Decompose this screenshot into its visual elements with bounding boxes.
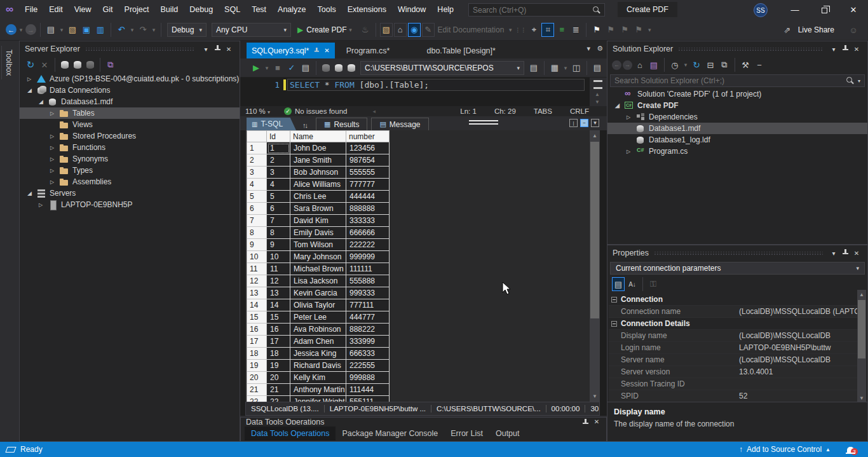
parse-query-button[interactable]: ✓ — [285, 61, 298, 75]
tree-item[interactable]: Database1.mdf — [20, 96, 240, 107]
tree-expander-icon[interactable] — [39, 202, 48, 208]
cell-name[interactable]: Kelly Kim — [290, 372, 346, 384]
menu-item[interactable]: Git — [97, 0, 119, 19]
table-row[interactable]: 4 4 Alice Williams 777777 — [247, 179, 390, 191]
redo-button[interactable]: ↷ — [137, 23, 149, 37]
solution-search-input[interactable] — [611, 76, 845, 85]
menu-item[interactable]: Build — [154, 0, 184, 19]
close-panel-button[interactable]: ✕ — [851, 46, 862, 53]
property-value[interactable]: 52 — [739, 392, 747, 400]
cell-name[interactable]: Jennifer Wright — [290, 396, 346, 402]
tree-expander-icon[interactable] — [627, 149, 635, 154]
cell-number[interactable]: 444777 — [346, 311, 390, 324]
property-row[interactable]: Connection — [609, 294, 858, 306]
cell-name[interactable]: Richard Davis — [290, 360, 346, 372]
panel-menu-chevron[interactable]: ▾ — [828, 250, 839, 257]
tree-item[interactable]: Data Connections — [20, 85, 240, 96]
cell-name[interactable]: Alice Williams — [290, 179, 346, 191]
pin-tab-icon[interactable] — [313, 46, 320, 55]
debug-configuration-dropdown[interactable]: Debug▾ — [167, 23, 207, 37]
close-panel-button[interactable]: ✕ — [223, 46, 234, 53]
menu-item[interactable]: Extensions — [342, 0, 392, 19]
tree-expander-icon[interactable] — [50, 168, 59, 174]
scroll-up-icon[interactable]: ▲ — [595, 92, 600, 97]
back-button[interactable]: ← — [612, 60, 621, 70]
home-button[interactable]: ⌂ — [634, 58, 646, 72]
table-row[interactable]: 12 12 Lisa Jackson 555888 — [247, 275, 390, 287]
hot-reload-button[interactable]: ♨ — [359, 23, 372, 37]
table-row[interactable]: 5 5 Chris Lee 444444 — [247, 191, 390, 203]
table-row[interactable]: 9 9 Tom Wilson 222222 — [247, 239, 390, 251]
cell-number[interactable]: 333333 — [346, 215, 390, 227]
cell-name[interactable]: Anthony Martin — [290, 384, 346, 396]
results-tab[interactable]: ▦ Results — [316, 118, 367, 130]
property-row[interactable]: Display name (LocalDB)\MSSQLLocalDB — [609, 330, 858, 342]
data-compare-icon[interactable]: ⧉ — [104, 58, 117, 72]
disconnect-icon[interactable] — [322, 64, 330, 72]
horizontal-split-view-button[interactable]: − — [580, 119, 588, 127]
bottom-panel-tab[interactable]: Output — [489, 426, 526, 440]
row-header[interactable]: 3 — [247, 167, 267, 179]
sync-with-active-document-button[interactable]: ↻ — [690, 58, 703, 72]
background-tasks-icon[interactable] — [5, 447, 16, 453]
properties-object-dropdown[interactable]: Current connection parameters ▾ — [610, 262, 865, 275]
toolbar-drag-handle[interactable]: ⋮⋮ — [515, 23, 526, 37]
scroll-up-icon[interactable]: ▲ — [590, 133, 600, 139]
cell-number[interactable]: 555111 — [346, 396, 390, 402]
table-row[interactable]: 16 16 Ava Robinson 888222 — [247, 324, 390, 336]
cell-name[interactable]: John Doe — [290, 142, 346, 154]
cell-name[interactable]: Kevin Garcia — [290, 287, 346, 299]
quick-search-box[interactable] — [468, 3, 605, 17]
table-row[interactable]: 1 1 John Doe 123456 — [247, 142, 390, 154]
tree-expander-icon[interactable] — [615, 102, 624, 109]
cell-id[interactable]: 2 — [267, 154, 290, 167]
add-sharepoint-connection-icon[interactable] — [86, 61, 94, 69]
new-file-dropdown[interactable]: ▾ — [58, 23, 65, 37]
tree-expander-icon[interactable] — [27, 76, 36, 82]
toolbox-tab[interactable]: Toolbox — [1, 46, 16, 79]
sort-icon[interactable]: ↑↓ — [302, 121, 307, 129]
undo-dropdown[interactable]: ▾ — [129, 23, 135, 37]
property-row[interactable]: Session Tracing ID — [609, 378, 858, 390]
cell-id[interactable]: 16 — [267, 324, 290, 336]
row-header[interactable]: 21 — [247, 384, 267, 396]
table-row[interactable]: 8 8 Emily Davis 666666 — [247, 227, 390, 239]
split-view-button[interactable]: ◫ — [570, 61, 583, 75]
cell-name[interactable]: Sara Brown — [290, 203, 346, 215]
properties-wrench-button[interactable]: ⚒ — [739, 58, 752, 72]
results-grid[interactable]: Id Name number 1 1 John Doe 123456 — [245, 130, 590, 402]
cell-id[interactable]: 21 — [267, 384, 290, 396]
tree-item[interactable]: Stored Procedures — [20, 130, 240, 142]
table-row[interactable]: 11 11 Michael Brown 111111 — [247, 263, 390, 275]
redo-dropdown[interactable]: ▾ — [151, 23, 157, 37]
row-header[interactable]: 20 — [247, 372, 267, 384]
search-icon[interactable] — [845, 76, 854, 85]
property-row[interactable]: Server version 13.0.4001 — [609, 366, 858, 378]
editor-options-gear-icon[interactable]: ⚙ — [597, 44, 603, 53]
cell-number[interactable]: 999888 — [346, 372, 390, 384]
cell-number[interactable]: 555555 — [346, 167, 390, 179]
stop-query-button[interactable]: ■ — [271, 61, 284, 75]
property-value[interactable]: (LocalDB)\MSSQLLocalDB (LAPTO — [739, 307, 858, 316]
cell-name[interactable]: Olivia Taylor — [290, 299, 346, 311]
cell-id[interactable]: 12 — [267, 275, 290, 287]
cell-number[interactable]: 222222 — [346, 239, 390, 251]
bottom-panel-tab[interactable]: Data Tools Operations — [245, 426, 336, 440]
menu-item[interactable]: File — [19, 0, 43, 19]
generate-script-button[interactable]: ▤ — [299, 61, 312, 75]
row-header[interactable]: 7 — [247, 215, 267, 227]
scroll-down-icon[interactable]: ▼ — [590, 393, 600, 399]
table-row[interactable]: 22 22 Jennifer Wright 555111 — [247, 396, 390, 402]
table-row[interactable]: 15 15 Peter Lee 444777 — [247, 311, 390, 324]
column-header-id[interactable]: Id — [267, 130, 290, 142]
collapse-icon[interactable] — [611, 297, 617, 303]
issues-status-icon[interactable]: ✓ — [284, 107, 292, 115]
vertical-split-view-button[interactable]: | — [569, 119, 578, 127]
tree-item[interactable]: Types — [20, 165, 240, 176]
collapse-icon[interactable] — [611, 321, 617, 327]
save-button[interactable]: ▣ — [80, 23, 93, 37]
results-splitter-handle[interactable] — [469, 120, 498, 125]
query-options-button[interactable]: ▤ — [591, 61, 604, 75]
cell-id[interactable]: 8 — [267, 227, 290, 239]
property-row[interactable]: Login name LAPTOP-0E9BNH5P\buttw — [609, 342, 858, 354]
